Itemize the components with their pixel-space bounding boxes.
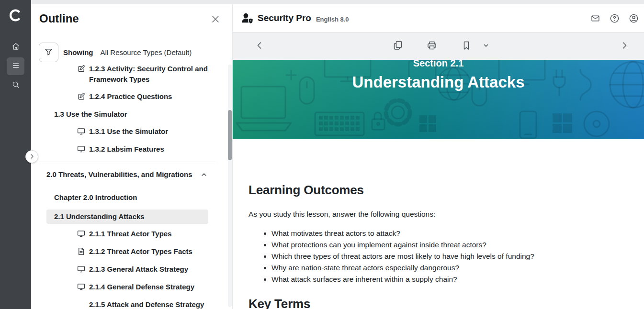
course-title: Security Pro <box>258 13 311 23</box>
outline-item-label: 1.3.1 Use the Simulator <box>89 126 168 137</box>
monitor-icon <box>77 265 86 274</box>
main-content: Security Pro English 8.0 <box>233 0 644 309</box>
outline-item-label: 2.0 Threats, Vulnerabilities, and Migrat… <box>46 169 192 180</box>
monitor-icon <box>77 127 86 136</box>
outline-scrollbar[interactable] <box>228 65 232 307</box>
course-version: English 8.0 <box>316 16 349 23</box>
search-button[interactable] <box>7 77 24 94</box>
outline-item-label: 1.3 Use the Simulator <box>54 109 127 120</box>
outline-close-button[interactable] <box>210 14 221 25</box>
app-window: Outline Showing All Resource Types (Defa… <box>0 0 644 309</box>
section-banner: Section 2.1 Understanding Attacks <box>233 60 644 139</box>
c-logo-icon <box>9 8 23 22</box>
learning-outcomes-heading: Learning Outcomes <box>249 183 625 198</box>
outline-item[interactable]: 1.3.1 Use the Simulator <box>31 126 227 137</box>
outline-item-label: 1.2.3 Activity: Security Control and Fra… <box>89 64 227 84</box>
outline-item-label: Chapter 2.0 Introduction <box>54 192 137 203</box>
outline-item[interactable]: 1.3 Use the Simulator <box>31 109 227 120</box>
panel-collapse-button[interactable] <box>25 150 38 163</box>
outline-divider <box>39 162 215 162</box>
outline-item[interactable]: 1.3.2 Labsim Features <box>31 144 227 154</box>
next-page-button[interactable] <box>617 39 632 54</box>
app-logo <box>0 7 31 24</box>
mail-button[interactable] <box>590 13 600 23</box>
copy-button[interactable] <box>391 39 405 54</box>
chevron-left-icon <box>254 45 265 53</box>
outline-item-label: 2.1.3 General Attack Strategy <box>89 264 188 275</box>
help-icon <box>610 18 620 25</box>
document-icon <box>77 247 86 256</box>
chevron-right-icon <box>619 45 630 53</box>
outline-panel-title: Outline <box>39 12 79 25</box>
outline-item[interactable]: 2.1.2 Threat Actor Types Facts <box>31 246 227 257</box>
course-header: Security Pro English 8.0 <box>233 4 644 33</box>
outline-tree: 1.2.3 Activity: Security Control and Fra… <box>31 64 227 309</box>
bookmark-icon <box>461 45 472 53</box>
filter-button[interactable] <box>39 43 58 62</box>
outline-item[interactable]: Chapter 2.0 Introduction <box>31 192 227 203</box>
outline-item[interactable]: 2.1.3 General Attack Strategy <box>31 264 227 275</box>
question-item: What attack surfaces are inherent within… <box>271 274 625 285</box>
filter-value[interactable]: All Resource Types (Default) <box>101 48 192 56</box>
outline-item-label: 2.1.4 General Defense Strategy <box>89 282 194 292</box>
outline-item-label: 2.1.5 Attack and Defense Strategy <box>89 299 204 309</box>
monitor-icon <box>77 229 86 239</box>
showing-label: Showing <box>63 48 93 56</box>
bookmark-menu-button[interactable] <box>479 39 493 54</box>
print-icon <box>426 45 438 53</box>
monitor-icon <box>77 282 86 292</box>
question-item: What protections can you implement again… <box>271 239 625 251</box>
banner-section-label: Section 2.1 <box>233 60 644 69</box>
monitor-icon <box>77 144 86 154</box>
question-item: What motivates threat actors to attack? <box>271 228 625 239</box>
top-strip <box>31 0 644 4</box>
search-icon <box>11 80 21 91</box>
outline-menu-button[interactable] <box>7 57 24 75</box>
chevron-up-icon[interactable] <box>200 170 208 179</box>
close-icon <box>210 19 221 26</box>
outline-item[interactable]: 2.1 Understanding Attacks <box>46 210 208 224</box>
account-icon <box>629 18 639 25</box>
outline-panel: Outline Showing All Resource Types (Defa… <box>31 0 233 309</box>
lesson-toolbar <box>233 33 644 60</box>
print-button[interactable] <box>425 39 439 54</box>
person-shield-icon <box>241 12 254 25</box>
header-icons <box>590 4 639 33</box>
outline-item-label: 1.3.2 Labsim Features <box>89 144 164 154</box>
previous-page-button[interactable] <box>252 39 267 54</box>
lesson-body: Learning Outcomes As you study this less… <box>233 139 644 309</box>
questions-list: What motivates threat actors to attack?W… <box>249 228 625 285</box>
home-button[interactable] <box>7 38 24 56</box>
home-icon <box>11 42 21 53</box>
outline-section-header[interactable]: 2.0 Threats, Vulnerabilities, and Migrat… <box>31 169 227 180</box>
outline-item[interactable]: 2.1.5 Attack and Defense Strategy <box>31 299 227 309</box>
lesson-intro: As you study this lesson, answer the fol… <box>249 210 625 219</box>
question-item: Which three types of threat actors are m… <box>271 251 625 262</box>
help-button[interactable] <box>610 13 620 23</box>
menu-icon <box>11 61 21 72</box>
outline-item[interactable]: 1.2.4 Practice Questions <box>31 91 227 102</box>
mail-icon <box>590 18 600 25</box>
key-terms-heading: Key Terms <box>249 297 625 309</box>
outline-scrollbar-thumb[interactable] <box>228 110 232 160</box>
outline-item[interactable]: 2.1.4 General Defense Strategy <box>31 282 227 292</box>
outline-item-label: 1.2.4 Practice Questions <box>89 91 172 102</box>
question-item: Why are nation-state threat actors espec… <box>271 262 625 274</box>
copy-icon <box>392 45 404 53</box>
outline-item-label: 2.1.1 Threat Actor Types <box>89 229 172 239</box>
edit-icon <box>77 92 86 101</box>
chevron-right-icon <box>29 153 35 161</box>
outline-item-label: 2.1 Understanding Attacks <box>54 211 145 222</box>
filter-icon <box>44 47 54 58</box>
account-button[interactable] <box>629 13 639 23</box>
filter-row: Showing All Resource Types (Default) <box>39 43 192 62</box>
chevron-down-icon <box>480 45 492 53</box>
outline-item[interactable]: 1.2.3 Activity: Security Control and Fra… <box>31 64 227 84</box>
edit-icon <box>77 64 86 74</box>
banner-title: Understanding Attacks <box>233 73 644 91</box>
bookmark-button[interactable] <box>459 39 474 54</box>
outline-item[interactable]: 2.1.1 Threat Actor Types <box>31 229 227 239</box>
outline-item-label: 2.1.2 Threat Actor Types Facts <box>89 246 192 257</box>
